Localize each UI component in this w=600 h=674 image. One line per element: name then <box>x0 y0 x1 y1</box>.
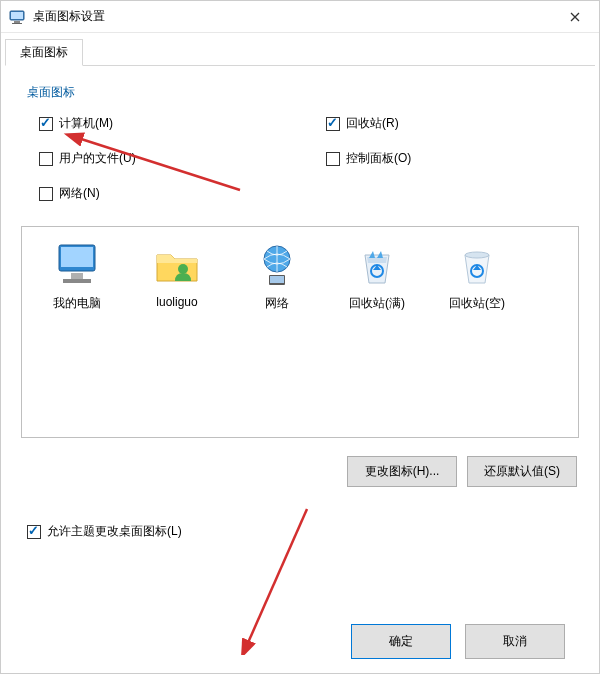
checkbox-box <box>39 117 53 131</box>
icon-label: 我的电脑 <box>53 295 101 312</box>
svg-point-13 <box>465 252 489 258</box>
checkbox-box <box>326 152 340 166</box>
checkbox-label: 回收站(R) <box>346 115 399 132</box>
checkbox-allow-themes[interactable]: 允许主题更改桌面图标(L) <box>27 523 182 540</box>
change-icon-button[interactable]: 更改图标(H)... <box>347 456 457 487</box>
svg-point-8 <box>178 264 188 274</box>
checkbox-box <box>39 187 53 201</box>
recycle-full-icon <box>353 241 401 289</box>
icon-preview-box: 我的电脑 luoliguo 网络 回收站(满) 回收站(空) <box>21 226 579 438</box>
ok-button[interactable]: 确定 <box>351 624 451 659</box>
checkbox-label: 网络(N) <box>59 185 100 202</box>
app-icon <box>9 9 25 25</box>
restore-default-button[interactable]: 还原默认值(S) <box>467 456 577 487</box>
checkbox-network[interactable]: 网络(N) <box>39 185 286 202</box>
icon-item-recycle-empty[interactable]: 回收站(空) <box>432 241 522 312</box>
group-label: 桌面图标 <box>27 84 579 101</box>
recycle-empty-icon <box>453 241 501 289</box>
svg-rect-2 <box>14 21 20 23</box>
close-button[interactable] <box>553 2 597 32</box>
checkbox-computer[interactable]: 计算机(M) <box>39 115 286 132</box>
icon-item-user[interactable]: luoliguo <box>132 241 222 309</box>
window-title: 桌面图标设置 <box>33 8 553 25</box>
dialog-window: 桌面图标设置 桌面图标 桌面图标 计算机(M) 回收站(R) 用 <box>0 0 600 674</box>
checkbox-userfiles[interactable]: 用户的文件(U) <box>39 150 286 167</box>
icon-buttons-row: 更改图标(H)... 还原默认值(S) <box>21 456 577 487</box>
checkbox-box <box>27 525 41 539</box>
icon-item-recycle-full[interactable]: 回收站(满) <box>332 241 422 312</box>
checkbox-recycle[interactable]: 回收站(R) <box>326 115 573 132</box>
checkbox-grid: 计算机(M) 回收站(R) 用户的文件(U) 控制面板(O) 网络(N) <box>21 111 579 214</box>
icon-label: 网络 <box>265 295 289 312</box>
dialog-buttons: 确定 取消 <box>21 614 579 663</box>
svg-rect-7 <box>63 279 91 283</box>
checkbox-box <box>326 117 340 131</box>
tab-strip: 桌面图标 <box>5 39 595 66</box>
allow-themes-row: 允许主题更改桌面图标(L) <box>27 523 579 542</box>
icon-label: luoliguo <box>156 295 197 309</box>
titlebar: 桌面图标设置 <box>1 1 599 33</box>
checkbox-label: 用户的文件(U) <box>59 150 136 167</box>
svg-rect-11 <box>270 276 284 283</box>
icon-label: 回收站(空) <box>449 295 505 312</box>
tab-desktop-icons[interactable]: 桌面图标 <box>5 39 83 66</box>
svg-rect-5 <box>61 247 93 267</box>
tab-pane: 桌面图标 计算机(M) 回收站(R) 用户的文件(U) 控制面板(O) <box>1 66 599 673</box>
folder-user-icon <box>153 241 201 289</box>
checkbox-label: 控制面板(O) <box>346 150 411 167</box>
icon-item-pc[interactable]: 我的电脑 <box>32 241 122 312</box>
computer-icon <box>53 241 101 289</box>
content-area: 桌面图标 桌面图标 计算机(M) 回收站(R) 用户的文件(U) <box>1 33 599 673</box>
svg-rect-6 <box>71 273 83 279</box>
svg-rect-1 <box>11 12 23 19</box>
network-icon <box>253 241 301 289</box>
checkbox-label: 计算机(M) <box>59 115 113 132</box>
icon-label: 回收站(满) <box>349 295 405 312</box>
checkbox-box <box>39 152 53 166</box>
cancel-button[interactable]: 取消 <box>465 624 565 659</box>
checkbox-label: 允许主题更改桌面图标(L) <box>47 523 182 540</box>
svg-rect-3 <box>12 23 22 24</box>
icon-item-network[interactable]: 网络 <box>232 241 322 312</box>
checkbox-controlpanel[interactable]: 控制面板(O) <box>326 150 573 167</box>
